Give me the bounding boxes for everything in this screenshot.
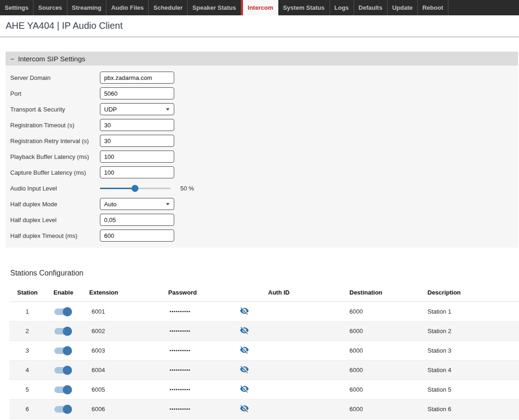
top-navbar: Settings Sources Streaming Audio Files S… (0, 0, 519, 15)
password-mask: •••••••••• (168, 407, 231, 412)
panel-header-intercom-sip-settings[interactable]: − Intercom SIP Settings (6, 52, 518, 66)
field-label: Half duplex Timeout (ms) (10, 232, 100, 239)
stations-configuration-title: Stations Configuration (10, 269, 519, 277)
form-row: Transport & Security UDP (10, 103, 518, 115)
form-row: Playback Buffer Latency (ms) (10, 151, 518, 163)
description-value: Station 2 (422, 328, 519, 335)
intercom-sip-settings-panel: − Intercom SIP Settings Server Domain Po… (6, 52, 518, 248)
field-label: Port (10, 90, 100, 97)
col-header-password: Password (168, 289, 231, 296)
tab-settings[interactable]: Settings (0, 0, 33, 15)
toggle-thumb (63, 346, 72, 355)
slider-thumb[interactable] (131, 185, 138, 192)
form-row: Port (10, 87, 518, 99)
form-row: Registration Retry Interval (s) (10, 135, 518, 147)
password-mask: •••••••••• (168, 328, 231, 334)
server-domain-field[interactable] (100, 72, 174, 84)
description-value: Station 1 (422, 308, 519, 315)
toggle-thumb (63, 405, 72, 414)
tab-logs[interactable]: Logs (330, 0, 354, 15)
station-enable-toggle[interactable] (54, 385, 72, 395)
extension-value: 6006 (89, 406, 168, 413)
playback-buffer-latency-field[interactable] (100, 151, 174, 163)
station-number: 5 (17, 386, 53, 393)
toggle-thumb (63, 366, 72, 375)
station-row-4: 4 6004 •••••••••• 6000 Station 4 (9, 361, 519, 380)
tab-system-status[interactable]: System Status (278, 0, 330, 15)
station-enable-toggle[interactable] (54, 346, 72, 356)
panel-title: Intercom SIP Settings (18, 55, 85, 63)
station-row-2: 2 6002 •••••••••• 6000 Station 2 (9, 322, 519, 341)
tab-update[interactable]: Update (388, 0, 418, 15)
chevron-down-icon (166, 108, 170, 111)
password-mask: •••••••••• (168, 309, 231, 314)
half-duplex-level-field[interactable] (100, 214, 174, 226)
select-value: Auto (104, 201, 117, 208)
tab-sources[interactable]: Sources (33, 0, 67, 15)
tab-streaming[interactable]: Streaming (67, 0, 107, 15)
col-header-auth-id: Auth ID (259, 289, 343, 296)
field-label: Playback Buffer Latency (ms) (10, 153, 100, 160)
station-number: 1 (17, 308, 53, 315)
tab-reboot[interactable]: Reboot (418, 0, 448, 15)
station-enable-toggle[interactable] (54, 404, 72, 414)
tab-intercom[interactable]: Intercom (241, 0, 278, 15)
registration-retry-interval-field[interactable] (100, 135, 174, 147)
station-number: 4 (17, 367, 53, 374)
col-header-description: Description (422, 289, 519, 296)
description-value: Station 3 (422, 347, 519, 354)
form-row: Half duplex Mode Auto (10, 198, 518, 210)
password-mask: •••••••••• (168, 348, 231, 353)
station-row-6: 6 6006 •••••••••• 6000 Station 6 (9, 400, 519, 419)
tab-scheduler[interactable]: Scheduler (149, 0, 188, 15)
chevron-down-icon (166, 203, 170, 205)
audio-input-level-slider[interactable] (100, 185, 171, 192)
half-duplex-timeout-field[interactable] (100, 230, 174, 242)
stations-table-header: Station Enable Extension Password Auth I… (9, 283, 519, 302)
station-enable-toggle[interactable] (54, 326, 72, 336)
col-header-destination: Destination (343, 289, 422, 296)
tab-audio-files[interactable]: Audio Files (106, 0, 149, 15)
password-visibility-toggle[interactable] (239, 307, 250, 317)
extension-value: 6001 (89, 308, 168, 315)
transport-security-select[interactable]: UDP (100, 103, 174, 115)
station-number: 2 (17, 328, 53, 335)
form-row: Half duplex Level (10, 214, 518, 226)
tab-defaults[interactable]: Defaults (354, 0, 388, 15)
description-value: Station 6 (422, 406, 519, 413)
eye-off-icon (240, 404, 249, 414)
station-row-3: 3 6003 •••••••••• 6000 Station 3 (9, 341, 519, 361)
destination-value: 6000 (343, 308, 422, 315)
registration-timeout-field[interactable] (100, 119, 174, 131)
description-value: Station 5 (422, 386, 519, 393)
password-visibility-toggle[interactable] (239, 365, 250, 375)
tab-speaker-status[interactable]: Speaker Status (188, 0, 241, 15)
eye-off-icon (240, 384, 249, 395)
field-label: Capture Buffer Latency (ms) (10, 169, 100, 176)
extension-value: 6004 (89, 367, 168, 374)
password-visibility-toggle[interactable] (239, 385, 250, 395)
port-field[interactable] (100, 87, 174, 99)
field-label: Half duplex Level (10, 217, 100, 223)
password-visibility-toggle[interactable] (239, 346, 250, 356)
password-visibility-toggle[interactable] (239, 326, 250, 336)
station-enable-toggle[interactable] (54, 365, 72, 375)
page-title: AHE YA404 | IP Audio Client (0, 15, 519, 37)
extension-value: 6003 (89, 347, 168, 354)
station-number: 3 (17, 347, 53, 354)
col-header-enable: Enable (53, 289, 89, 296)
station-number: 6 (17, 406, 53, 413)
toggle-thumb (63, 307, 72, 316)
station-enable-toggle[interactable] (54, 307, 72, 317)
eye-off-icon (240, 326, 249, 336)
eye-off-icon (240, 365, 249, 375)
password-visibility-toggle[interactable] (239, 404, 250, 414)
half-duplex-mode-select[interactable]: Auto (100, 198, 174, 210)
description-value: Station 4 (422, 367, 519, 374)
form-row: Half duplex Timeout (ms) (10, 230, 518, 242)
destination-value: 6000 (343, 367, 422, 374)
eye-off-icon (240, 345, 249, 356)
capture-buffer-latency-field[interactable] (100, 166, 174, 178)
panel-body: Server Domain Port Transport & Security … (6, 66, 518, 248)
form-row: Registration Timeout (s) (10, 119, 518, 131)
